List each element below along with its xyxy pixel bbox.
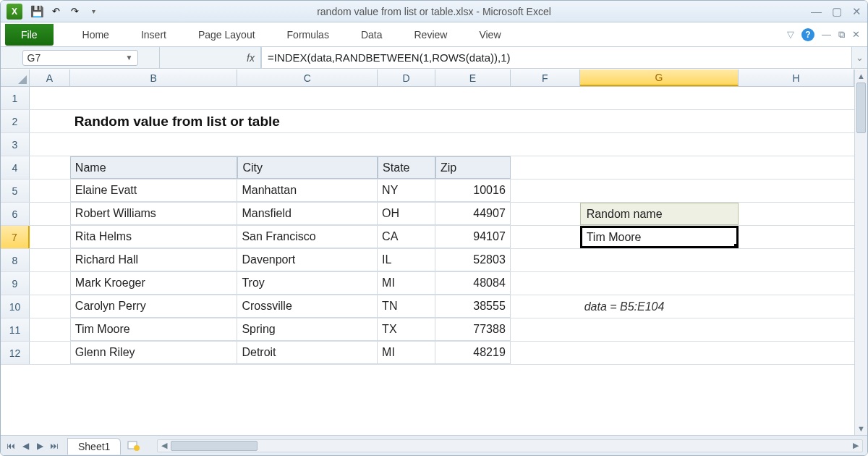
workbook-close-icon[interactable]: ✕ [852,29,860,40]
named-range-note[interactable]: data = B5:E104 [580,295,739,318]
scroll-thumb[interactable] [856,83,866,133]
tab-page-layout[interactable]: Page Layout [182,22,271,47]
table-header-state[interactable]: State [378,156,435,179]
table-header-city[interactable]: City [237,156,378,179]
redo-button[interactable]: ↷ [66,4,83,20]
cell[interactable] [739,133,854,156]
cell-state[interactable]: TN [378,295,435,318]
cell[interactable] [70,133,238,156]
cell-state[interactable]: OH [378,203,435,225]
cell-city[interactable]: San Francisco [237,226,378,248]
tab-insert[interactable]: Insert [125,22,182,47]
cell-name[interactable]: Tim Moore [70,318,238,341]
hscroll-thumb[interactable] [171,441,258,451]
cell-state[interactable]: MI [378,342,435,364]
minimize-button[interactable]: — [811,5,822,18]
cell[interactable] [30,87,70,109]
tab-home[interactable]: Home [67,22,125,47]
col-header-C[interactable]: C [237,69,378,86]
col-header-D[interactable]: D [378,69,435,86]
cell[interactable] [580,156,739,179]
cell-city[interactable]: Crossville [237,295,378,318]
scroll-down-icon[interactable]: ▼ [855,422,867,435]
qat-more-button[interactable]: ▾ [85,4,102,20]
sheet-nav-last[interactable]: ⏭ [47,439,61,453]
selected-cell-G7[interactable]: Tim Moore [580,226,739,248]
row-header-4[interactable]: 4 [1,156,30,179]
col-header-B[interactable]: B [70,69,238,86]
horizontal-scrollbar[interactable]: ◀ ▶ [157,439,863,452]
cell-state[interactable]: CA [378,226,435,248]
formula-bar-expand[interactable]: ⌄ [851,47,867,68]
cell-city[interactable]: Davenport [237,249,378,271]
cell[interactable] [580,272,739,295]
cell[interactable] [30,272,70,295]
table-header-name[interactable]: Name [70,156,238,179]
cell[interactable] [378,133,435,156]
cell-state[interactable]: NY [378,180,435,202]
row-header-10[interactable]: 10 [1,295,30,318]
col-header-F[interactable]: F [511,69,580,86]
cell[interactable] [739,295,854,318]
row-header-5[interactable]: 5 [1,180,30,202]
cell-name[interactable]: Robert Williams [70,203,238,225]
cell[interactable] [30,156,70,179]
name-box[interactable]: G7 ▼ [22,50,138,66]
sheet-nav-prev[interactable]: ◀ [18,439,33,453]
sheet-nav-next[interactable]: ▶ [33,439,47,453]
cell[interactable] [30,110,70,132]
cell[interactable] [237,133,378,156]
cell[interactable] [511,180,580,202]
spreadsheet-grid[interactable]: A B C D E F G H 1 2 Random value from li… [1,69,854,435]
undo-button[interactable]: ↶ [47,4,64,20]
cell[interactable] [30,203,70,225]
cell[interactable] [511,226,580,248]
table-header-zip[interactable]: Zip [435,156,511,179]
tab-review[interactable]: Review [399,22,464,47]
workbook-minimize-icon[interactable]: — [822,29,831,40]
cell-city[interactable]: Troy [237,272,378,295]
scroll-left-icon[interactable]: ◀ [158,440,171,452]
row-header-7[interactable]: 7 [1,226,30,248]
row-header-11[interactable]: 11 [1,318,30,341]
scroll-up-icon[interactable]: ▲ [855,69,867,83]
cell[interactable] [580,110,739,132]
cell[interactable] [580,318,739,341]
row-header-9[interactable]: 9 [1,272,30,295]
cell[interactable] [511,295,580,318]
cell[interactable] [739,226,854,248]
cell[interactable] [580,133,739,156]
file-tab[interactable]: File [5,24,54,46]
cell[interactable] [435,133,511,156]
new-sheet-button[interactable] [125,439,142,453]
cell-zip[interactable]: 52803 [435,249,511,271]
row-header-1[interactable]: 1 [1,87,30,109]
scroll-right-icon[interactable]: ▶ [849,440,862,452]
tab-data[interactable]: Data [345,22,399,47]
cell[interactable] [70,87,238,109]
row-header-8[interactable]: 8 [1,249,30,271]
cell-name[interactable]: Mark Kroeger [70,272,238,295]
cell[interactable] [435,87,511,109]
cell[interactable] [30,249,70,271]
cell-name[interactable]: Elaine Evatt [70,180,238,202]
col-header-H[interactable]: H [739,69,854,86]
cell[interactable] [580,87,739,109]
name-box-dropdown-icon[interactable]: ▼ [126,54,133,62]
cell-city[interactable]: Mansfield [237,203,378,225]
help-button[interactable]: ? [801,28,814,41]
cell[interactable] [30,180,70,202]
ribbon-minimize-icon[interactable]: ▽ [787,29,794,40]
cell[interactable] [580,342,739,364]
cell-name[interactable]: Carolyn Perry [70,295,238,318]
cell-name[interactable]: Richard Hall [70,249,238,271]
formula-bar[interactable]: =INDEX(data,RANDBETWEEN(1,ROWS(data)),1) [261,47,851,68]
cell[interactable] [511,203,580,225]
row-header-6[interactable]: 6 [1,203,30,225]
cell[interactable] [739,110,854,132]
cell[interactable] [511,272,580,295]
cell-zip[interactable]: 38555 [435,295,511,318]
cell[interactable] [511,133,580,156]
maximize-button[interactable]: ▢ [832,5,842,18]
cell[interactable] [30,226,70,248]
